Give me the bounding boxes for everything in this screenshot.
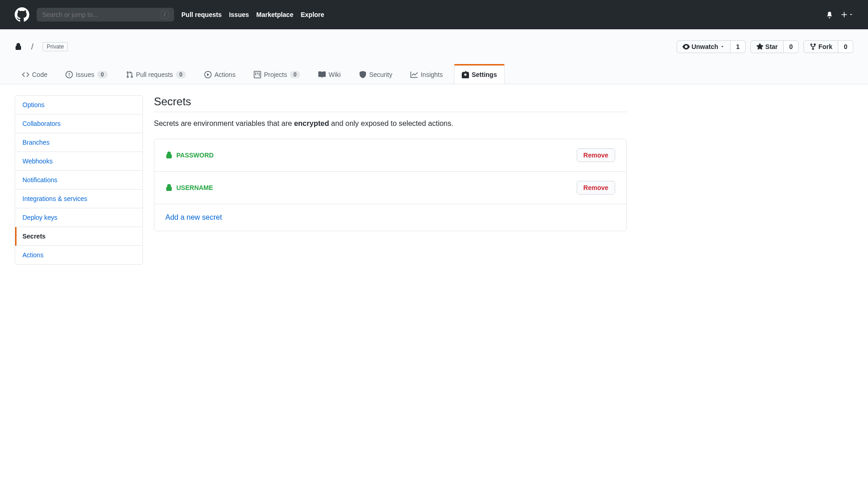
tab-wiki-label: Wiki [328,71,340,78]
star-count[interactable]: 0 [784,40,799,53]
repo-title-row: / Private Unwatch 1 Star 0 [15,40,853,53]
tab-security[interactable]: Security [352,64,400,84]
search-input[interactable] [42,11,161,18]
sidebar-item-branches[interactable]: Branches [15,133,142,152]
tab-pulls-label: Pull requests [136,71,173,78]
search-shortcut-key: / [161,11,169,19]
tab-pull-requests[interactable]: Pull requests 0 [119,64,194,84]
lock-icon [165,152,173,159]
tab-actions[interactable]: Actions [197,64,243,84]
eye-icon [682,43,690,50]
repo-tabs: Code Issues 0 Pull requests 0 Actions Pr… [15,64,853,84]
tab-wiki[interactable]: Wiki [311,64,348,84]
shield-icon [359,71,366,78]
secret-row: PASSWORD Remove [154,139,626,172]
lock-icon [15,43,22,50]
fork-icon [809,43,817,50]
tab-projects[interactable]: Projects 0 [246,64,307,84]
remove-button[interactable]: Remove [577,181,615,195]
main: Options Collaborators Branches Webhooks … [0,84,641,276]
graph-icon [410,71,418,78]
create-menu[interactable] [841,11,853,18]
page-description: Secrets are environment variables that a… [154,119,627,128]
private-badge: Private [43,42,68,51]
tab-code[interactable]: Code [15,64,55,84]
tab-projects-count: 0 [290,71,300,78]
fork-label: Fork [819,43,832,50]
tab-projects-label: Projects [264,71,287,78]
fork-group: Fork 0 [803,40,853,53]
bell-icon[interactable] [826,11,833,18]
nav-links: Pull requests Issues Marketplace Explore [181,11,324,18]
watch-group: Unwatch 1 [677,40,746,53]
watch-label: Unwatch [692,43,718,50]
secret-row: USERNAME Remove [154,172,626,204]
watch-button[interactable]: Unwatch [677,40,731,53]
book-icon [318,71,326,78]
sidebar-item-notifications[interactable]: Notifications [15,171,142,190]
tab-code-label: Code [32,71,47,78]
star-label: Star [765,43,778,50]
tab-issues-count: 0 [97,71,108,78]
desc-post: and only exposed to selected actions. [329,119,453,127]
github-logo-icon[interactable] [15,7,29,22]
sidebar-item-options[interactable]: Options [15,96,142,114]
pull-request-icon [126,71,133,78]
star-button[interactable]: Star [750,40,784,53]
code-icon [22,71,29,78]
tab-issues-label: Issues [76,71,94,78]
tab-pulls-count: 0 [176,71,186,78]
play-icon [204,71,212,78]
tab-insights[interactable]: Insights [403,64,450,84]
nav-pull-requests[interactable]: Pull requests [181,11,222,18]
repo-head: / Private Unwatch 1 Star 0 [0,29,868,84]
settings-sidebar: Options Collaborators Branches Webhooks … [15,95,143,265]
sidebar-item-deploy-keys[interactable]: Deploy keys [15,208,142,227]
tab-settings[interactable]: Settings [454,64,505,84]
sidebar-item-secrets[interactable]: Secrets [15,227,142,246]
issue-icon [66,71,73,78]
secret-name[interactable]: USERNAME [165,184,213,191]
remove-button[interactable]: Remove [577,148,615,162]
sidebar-item-collaborators[interactable]: Collaborators [15,114,142,133]
secrets-list: PASSWORD Remove USERNAME Remove Add a ne… [154,139,627,231]
secret-name-label: USERNAME [176,184,213,191]
tab-settings-label: Settings [472,71,497,78]
tab-insights-label: Insights [420,71,442,78]
repo-title: / Private [15,42,68,52]
repo-slash: / [31,42,33,52]
sidebar-item-integrations[interactable]: Integrations & services [15,190,142,208]
nav-issues[interactable]: Issues [229,11,249,18]
nav-marketplace[interactable]: Marketplace [257,11,294,18]
star-group: Star 0 [750,40,799,53]
chevron-down-icon [849,12,853,17]
tab-security-label: Security [369,71,393,78]
add-secret-link[interactable]: Add a new secret [165,213,222,222]
header-right [826,11,853,18]
tab-issues[interactable]: Issues 0 [58,64,115,84]
watch-count[interactable]: 1 [731,40,746,53]
content: Secrets Secrets are environment variable… [154,95,627,265]
fork-button[interactable]: Fork [803,40,838,53]
desc-pre: Secrets are environment variables that a… [154,119,294,127]
tab-actions-label: Actions [214,71,235,78]
page-title: Secrets [154,95,627,112]
sidebar-item-actions[interactable]: Actions [15,246,142,264]
secret-name[interactable]: PASSWORD [165,152,213,159]
lock-icon [165,184,173,191]
desc-bold: encrypted [294,119,329,127]
nav-explore[interactable]: Explore [300,11,324,18]
project-icon [254,71,261,78]
plus-icon [841,11,848,18]
sidebar-item-webhooks[interactable]: Webhooks [15,152,142,171]
secret-name-label: PASSWORD [176,152,213,159]
global-header: / Pull requests Issues Marketplace Explo… [0,0,868,29]
gear-icon [462,71,469,78]
search-box[interactable]: / [37,8,174,22]
add-secret-row: Add a new secret [154,204,626,231]
star-icon [756,43,764,50]
fork-count[interactable]: 0 [838,40,853,53]
chevron-down-icon [720,44,725,49]
repo-actions: Unwatch 1 Star 0 Fork 0 [677,40,853,53]
